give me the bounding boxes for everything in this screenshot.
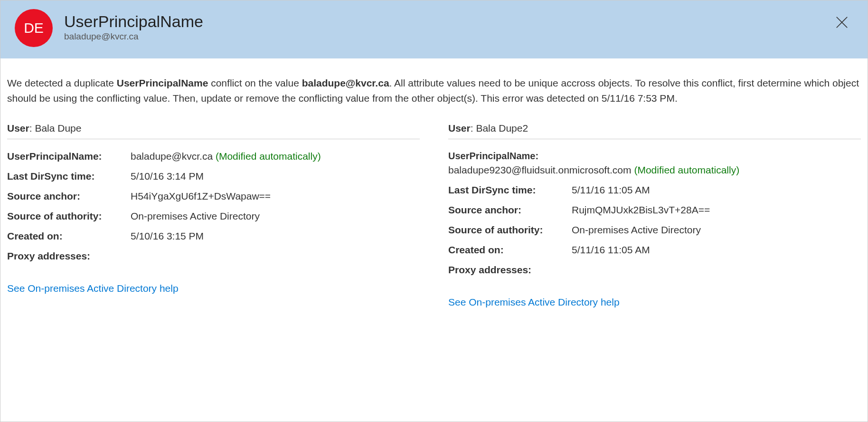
user-label: User [448, 123, 471, 134]
user1-created-row: Created on: 5/10/16 3:15 PM [7, 230, 420, 242]
created-on-label: Created on: [7, 230, 131, 242]
dialog-subtitle: baladupe@kvcr.ca [64, 31, 203, 42]
user1-authority-row: Source of authority: On-premises Active … [7, 211, 420, 222]
user1-anchor-row: Source anchor: H54iYgaXgU6f1Z+DsWapaw== [7, 191, 420, 202]
user2-upn-value: baladupe9230@fluidsuit.onmicrosoft.com (… [448, 164, 861, 176]
user2-heading: User: Bala Dupe2 [448, 123, 861, 139]
user2-authority-row: Source of authority: On-premises Active … [448, 224, 861, 236]
created-on-label: Created on: [448, 244, 572, 256]
avatar-initials: DE [24, 20, 44, 36]
user2-upn-row: UserPrincipalName: baladupe9230@fluidsui… [448, 151, 861, 176]
desc-attr: UserPrincipalName [117, 77, 208, 88]
source-anchor-label: Source anchor: [7, 191, 131, 202]
user1-upn-row: UserPrincipalName: baladupe@kvcr.ca (Mod… [7, 151, 420, 162]
source-anchor-label: Source anchor: [448, 204, 572, 216]
proxy-label: Proxy addresses: [448, 264, 572, 276]
close-button[interactable] [833, 14, 850, 31]
user2-dirsync-value: 5/11/16 11:05 AM [572, 184, 650, 196]
user2-proxy-row: Proxy addresses: [448, 264, 861, 276]
desc-prefix: We detected a duplicate [7, 77, 117, 88]
user2-panel: User: Bala Dupe2 UserPrincipalName: bala… [448, 123, 861, 308]
desc-detected-on: 5/11/16 7:53 PM [602, 93, 675, 104]
user2-name: Bala Dupe2 [476, 123, 528, 134]
user1-upn-value: baladupe@kvcr.ca (Modified automatically… [131, 151, 321, 162]
users-columns: User: Bala Dupe UserPrincipalName: balad… [0, 115, 868, 308]
upn-label: UserPrincipalName: [448, 151, 861, 162]
last-dirsync-label: Last DirSync time: [448, 184, 572, 196]
user1-proxy-row: Proxy addresses: [7, 250, 420, 262]
source-authority-label: Source of authority: [7, 211, 131, 222]
source-authority-label: Source of authority: [448, 224, 572, 236]
user2-authority-value: On-premises Active Directory [572, 224, 701, 236]
close-icon [835, 15, 849, 29]
avatar: DE [15, 9, 53, 47]
user1-dirsync-value: 5/10/16 3:14 PM [131, 171, 204, 182]
user-label: User [7, 123, 29, 134]
user1-upn-text: baladupe@kvcr.ca [131, 151, 213, 162]
user2-created-row: Created on: 5/11/16 11:05 AM [448, 244, 861, 256]
last-dirsync-label: Last DirSync time: [7, 171, 131, 182]
user1-dirsync-row: Last DirSync time: 5/10/16 3:14 PM [7, 171, 420, 182]
user2-created-value: 5/11/16 11:05 AM [572, 244, 650, 256]
proxy-label: Proxy addresses: [7, 250, 131, 262]
help-link-user1[interactable]: See On-premises Active Directory help [7, 283, 179, 294]
desc-suffix: . [675, 93, 678, 104]
conflict-description: We detected a duplicate UserPrincipalNam… [0, 58, 868, 115]
user1-anchor-value: H54iYgaXgU6f1Z+DsWapaw== [131, 191, 271, 202]
dialog-title: UserPrincipalName [64, 12, 203, 31]
modified-auto-tag: (Modified automatically) [216, 151, 321, 162]
user1-heading: User: Bala Dupe [7, 123, 420, 139]
user2-dirsync-row: Last DirSync time: 5/11/16 11:05 AM [448, 184, 861, 196]
desc-mid1: conflict on the value [208, 77, 302, 88]
user2-anchor-value: RujmQMJUxk2BisL3vT+28A== [572, 204, 710, 216]
help-link-user2[interactable]: See On-premises Active Directory help [448, 297, 620, 308]
user1-created-value: 5/10/16 3:15 PM [131, 230, 204, 242]
user2-upn-text: baladupe9230@fluidsuit.onmicrosoft.com [448, 164, 632, 175]
user1-authority-value: On-premises Active Directory [131, 211, 260, 222]
user1-name: Bala Dupe [35, 123, 81, 134]
user1-panel: User: Bala Dupe UserPrincipalName: balad… [7, 123, 420, 308]
header-text: UserPrincipalName baladupe@kvcr.ca [64, 14, 203, 41]
upn-label: UserPrincipalName: [7, 151, 131, 162]
desc-value: baladupe@kvcr.ca [302, 77, 389, 88]
dialog-header: DE UserPrincipalName baladupe@kvcr.ca [0, 0, 868, 58]
user2-anchor-row: Source anchor: RujmQMJUxk2BisL3vT+28A== [448, 204, 861, 216]
modified-auto-tag: (Modified automatically) [634, 164, 739, 175]
